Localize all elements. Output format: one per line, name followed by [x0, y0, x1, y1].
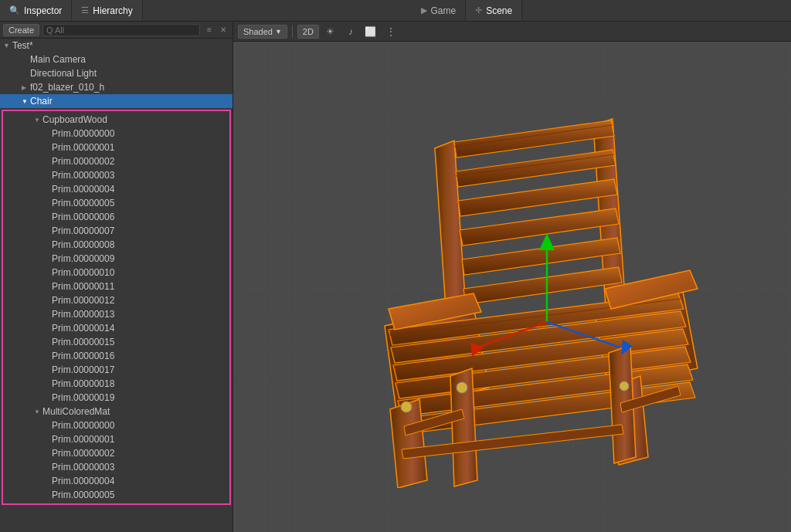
svg-marker-4 — [456, 150, 616, 187]
directional-light-label: Directional Light — [30, 68, 97, 79]
menu-icon[interactable]: ≡ — [203, 24, 216, 36]
svg-point-28 — [401, 402, 412, 412]
chair-arrow: ▼ — [22, 98, 28, 105]
list-item[interactable]: Prim.00000010 — [3, 266, 229, 280]
game-icon: ▶ — [421, 5, 427, 15]
list-item[interactable]: Prim.00000012 — [3, 293, 229, 307]
create-button[interactable]: Create — [3, 24, 39, 36]
hierarchy-search-input[interactable] — [42, 24, 200, 36]
hierarchy-section-test[interactable]: ▼ Test* — [0, 39, 233, 53]
svg-marker-6 — [458, 179, 617, 216]
list-item[interactable]: Prim.00000013 — [3, 307, 229, 321]
chair-label: Chair — [30, 96, 53, 107]
toolbar-actions: ≡ ✕ — [203, 24, 229, 36]
list-item[interactable]: Prim.00000007 — [3, 224, 229, 238]
hierarchy-item-directional-light[interactable]: Directional Light — [0, 66, 233, 80]
list-item[interactable]: Prim.00000001 — [3, 141, 229, 154]
main-camera-label: Main Camera — [30, 54, 86, 65]
scene-toolbar: Shaded ▼ 2D ☀ ♪ ⬜ ⋮ — [233, 22, 791, 42]
chair-container — [295, 73, 745, 517]
pink-border-section: ▼ CupboardWood Prim.00000000 Prim.000000… — [2, 110, 231, 505]
svg-point-29 — [457, 382, 467, 393]
right-panel: Shaded ▼ 2D ☀ ♪ ⬜ ⋮ — [233, 22, 791, 532]
svg-marker-7 — [460, 208, 619, 246]
list-item[interactable]: Prim.00000011 — [3, 280, 229, 293]
list-item[interactable]: Prim.00000000 — [3, 418, 229, 432]
list-item[interactable]: Prim.00000004 — [3, 182, 229, 196]
tab-scene[interactable]: ✛ Scene — [466, 0, 522, 21]
scene-icon: ✛ — [475, 5, 482, 15]
scene-label: Scene — [486, 5, 512, 16]
multicoloredmat-label: MultiColoredMat — [42, 406, 110, 417]
svg-marker-32 — [539, 233, 555, 250]
svg-marker-8 — [462, 238, 620, 275]
list-item[interactable]: Prim.00000002 — [3, 446, 229, 460]
multicolor-arrow: ▼ — [34, 408, 40, 415]
shading-dropdown[interactable]: Shaded ▼ — [238, 25, 287, 39]
list-item[interactable]: Prim.00000016 — [3, 349, 229, 363]
section-arrow: ▼ — [3, 42, 10, 49]
list-item[interactable]: Prim.00000004 — [3, 474, 229, 488]
left-panel: Create ≡ ✕ ▼ Test* Main Camera Directi — [0, 22, 233, 532]
svg-marker-9 — [463, 267, 622, 304]
game-label: Game — [431, 5, 457, 16]
list-item[interactable]: Prim.00000014 — [3, 321, 229, 335]
inspector-icon: 🔍 — [9, 5, 20, 15]
toolbar-separator — [292, 25, 293, 38]
list-item[interactable]: Prim.00000001 — [3, 432, 229, 446]
inspector-label: Inspector — [24, 5, 62, 16]
cupboard-arrow: ▼ — [34, 117, 40, 124]
scene-viewport[interactable] — [233, 42, 791, 532]
display-icon[interactable]: ⬜ — [362, 24, 379, 39]
gizmo-icon[interactable]: ⋮ — [382, 24, 399, 39]
main-layout: Create ≡ ✕ ▼ Test* Main Camera Directi — [0, 22, 791, 532]
section-name: Test* — [12, 40, 33, 51]
left-toolbar: Create ≡ ✕ — [0, 22, 233, 39]
shading-arrow-icon: ▼ — [275, 28, 282, 36]
tab-hierarchy[interactable]: ☰ Hierarchy — [72, 0, 142, 21]
2d-toggle[interactable]: 2D — [297, 25, 319, 39]
blazer-label: f02_blazer_010_h — [30, 82, 104, 93]
list-item[interactable]: Prim.00000015 — [3, 335, 229, 349]
hierarchy-icon: ☰ — [81, 5, 89, 15]
hierarchy-list[interactable]: ▼ Test* Main Camera Directional Light ▶ … — [0, 39, 233, 532]
top-tab-bar: 🔍 Inspector ☰ Hierarchy ▶ Game ✛ Scene — [0, 0, 791, 22]
blazer-arrow: ▶ — [22, 84, 28, 91]
list-item[interactable]: Prim.00000005 — [3, 488, 229, 502]
svg-point-30 — [620, 381, 629, 391]
list-item[interactable]: Prim.00000000 — [3, 127, 229, 141]
list-item[interactable]: Prim.00000006 — [3, 210, 229, 224]
chair-svg — [319, 102, 721, 488]
svg-marker-2 — [454, 120, 614, 158]
list-item[interactable]: Prim.00000018 — [3, 377, 229, 391]
hierarchy-item-cupboardwood[interactable]: ▼ CupboardWood — [3, 113, 229, 127]
hierarchy-item-chair[interactable]: ▼ Chair — [0, 94, 233, 108]
list-item[interactable]: Prim.00000005 — [3, 196, 229, 210]
tab-inspector[interactable]: 🔍 Inspector — [0, 0, 72, 21]
list-item[interactable]: Prim.00000019 — [3, 391, 229, 405]
list-item[interactable]: Prim.00000003 — [3, 460, 229, 474]
audio-icon[interactable]: ♪ — [342, 24, 359, 39]
cupboardwood-label: CupboardWood — [42, 114, 107, 125]
sun-icon[interactable]: ☀ — [322, 24, 339, 39]
list-item[interactable]: Prim.00000009 — [3, 252, 229, 266]
tab-game[interactable]: ▶ Game — [412, 0, 467, 21]
list-item[interactable]: Prim.00000008 — [3, 238, 229, 252]
hierarchy-item-multicoloredmat[interactable]: ▼ MultiColoredMat — [3, 405, 229, 418]
hierarchy-label: Hierarchy — [93, 5, 132, 16]
list-item[interactable]: Prim.00000002 — [3, 154, 229, 168]
list-item[interactable]: Prim.00000017 — [3, 363, 229, 377]
shading-label: Shaded — [243, 27, 273, 36]
hierarchy-item-main-camera[interactable]: Main Camera — [0, 53, 233, 66]
list-item[interactable]: Prim.00000003 — [3, 168, 229, 182]
2d-label: 2D — [303, 27, 314, 36]
hierarchy-item-blazer[interactable]: ▶ f02_blazer_010_h — [0, 80, 233, 94]
close-icon[interactable]: ✕ — [217, 24, 229, 36]
